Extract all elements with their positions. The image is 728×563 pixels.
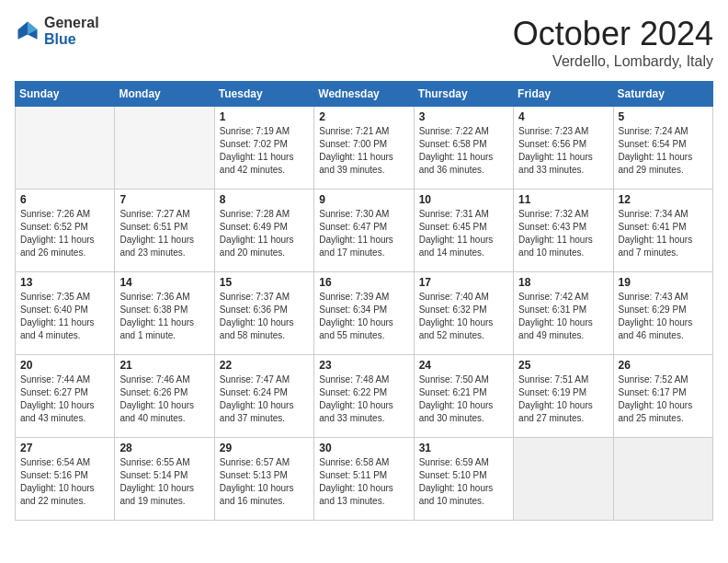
- calendar-cell: 15Sunrise: 7:37 AM Sunset: 6:36 PM Dayli…: [214, 272, 313, 355]
- calendar-table: SundayMondayTuesdayWednesdayThursdayFrid…: [15, 81, 713, 521]
- day-number: 23: [319, 359, 408, 372]
- header-cell-thursday: Thursday: [414, 82, 513, 107]
- location: Verdello, Lombardy, Italy: [513, 53, 713, 70]
- day-number: 9: [319, 193, 408, 206]
- day-info: Sunrise: 6:57 AM Sunset: 5:13 PM Dayligh…: [220, 456, 309, 508]
- day-info: Sunrise: 7:19 AM Sunset: 7:02 PM Dayligh…: [220, 125, 309, 177]
- calendar-cell: 12Sunrise: 7:34 AM Sunset: 6:41 PM Dayli…: [613, 190, 712, 272]
- calendar-cell: 6Sunrise: 7:26 AM Sunset: 6:52 PM Daylig…: [16, 190, 115, 272]
- day-info: Sunrise: 7:32 AM Sunset: 6:43 PM Dayligh…: [518, 208, 608, 259]
- calendar-cell: 24Sunrise: 7:50 AM Sunset: 6:21 PM Dayli…: [414, 355, 513, 438]
- calendar-cell: 17Sunrise: 7:40 AM Sunset: 6:32 PM Dayli…: [414, 272, 513, 355]
- day-number: 10: [419, 193, 508, 206]
- calendar-cell: 29Sunrise: 6:57 AM Sunset: 5:13 PM Dayli…: [214, 438, 313, 521]
- day-info: Sunrise: 7:43 AM Sunset: 6:29 PM Dayligh…: [619, 291, 708, 342]
- logo: General Blue: [15, 15, 99, 47]
- day-info: Sunrise: 7:22 AM Sunset: 6:58 PM Dayligh…: [419, 125, 508, 177]
- day-info: Sunrise: 7:46 AM Sunset: 6:26 PM Dayligh…: [119, 373, 209, 425]
- calendar-cell: 23Sunrise: 7:48 AM Sunset: 6:22 PM Dayli…: [314, 355, 414, 438]
- day-info: Sunrise: 7:31 AM Sunset: 6:45 PM Dayligh…: [419, 208, 508, 259]
- header-cell-monday: Monday: [115, 82, 214, 107]
- day-number: 22: [220, 359, 309, 372]
- day-info: Sunrise: 7:28 AM Sunset: 6:49 PM Dayligh…: [220, 208, 309, 259]
- calendar-cell: 25Sunrise: 7:51 AM Sunset: 6:19 PM Dayli…: [514, 355, 613, 438]
- calendar-cell: 9Sunrise: 7:30 AM Sunset: 6:47 PM Daylig…: [314, 190, 414, 272]
- calendar-cell: 11Sunrise: 7:32 AM Sunset: 6:43 PM Dayli…: [514, 190, 613, 272]
- day-number: 21: [119, 359, 209, 372]
- header-cell-friday: Friday: [514, 82, 613, 107]
- calendar-cell: 28Sunrise: 6:55 AM Sunset: 5:14 PM Dayli…: [115, 438, 214, 521]
- day-info: Sunrise: 6:59 AM Sunset: 5:10 PM Dayligh…: [419, 456, 508, 508]
- day-number: 31: [419, 442, 508, 454]
- day-info: Sunrise: 7:37 AM Sunset: 6:36 PM Dayligh…: [220, 291, 309, 342]
- calendar-cell: [16, 107, 115, 190]
- day-number: 20: [20, 359, 109, 372]
- day-number: 28: [119, 442, 209, 454]
- week-row-1: 6Sunrise: 7:26 AM Sunset: 6:52 PM Daylig…: [16, 190, 713, 272]
- calendar-cell: 3Sunrise: 7:22 AM Sunset: 6:58 PM Daylig…: [414, 107, 513, 190]
- day-number: 24: [419, 359, 508, 372]
- day-number: 8: [220, 193, 309, 206]
- day-info: Sunrise: 7:26 AM Sunset: 6:52 PM Dayligh…: [20, 208, 109, 259]
- day-number: 11: [518, 193, 608, 206]
- day-info: Sunrise: 6:55 AM Sunset: 5:14 PM Dayligh…: [119, 456, 209, 508]
- day-number: 7: [119, 193, 209, 206]
- calendar-cell: 5Sunrise: 7:24 AM Sunset: 6:54 PM Daylig…: [613, 107, 712, 190]
- title-section: October 2024 Verdello, Lombardy, Italy: [513, 15, 713, 70]
- day-info: Sunrise: 7:40 AM Sunset: 6:32 PM Dayligh…: [419, 291, 508, 342]
- week-row-4: 27Sunrise: 6:54 AM Sunset: 5:16 PM Dayli…: [16, 438, 713, 521]
- day-info: Sunrise: 7:42 AM Sunset: 6:31 PM Dayligh…: [518, 291, 608, 342]
- day-number: 14: [119, 276, 209, 289]
- day-number: 1: [220, 110, 309, 123]
- day-info: Sunrise: 7:34 AM Sunset: 6:41 PM Dayligh…: [619, 208, 708, 259]
- day-number: 27: [20, 442, 109, 454]
- day-info: Sunrise: 7:48 AM Sunset: 6:22 PM Dayligh…: [319, 373, 408, 425]
- day-info: Sunrise: 7:39 AM Sunset: 6:34 PM Dayligh…: [319, 291, 408, 342]
- day-number: 6: [20, 193, 109, 206]
- calendar-cell: 27Sunrise: 6:54 AM Sunset: 5:16 PM Dayli…: [16, 438, 115, 521]
- calendar-cell: 8Sunrise: 7:28 AM Sunset: 6:49 PM Daylig…: [214, 190, 313, 272]
- day-info: Sunrise: 7:23 AM Sunset: 6:56 PM Dayligh…: [518, 125, 608, 177]
- logo-icon: [15, 18, 40, 44]
- day-info: Sunrise: 7:50 AM Sunset: 6:21 PM Dayligh…: [419, 373, 508, 425]
- page-header: General Blue October 2024 Verdello, Lomb…: [15, 15, 713, 70]
- logo-general: General: [44, 15, 99, 31]
- calendar-cell: 30Sunrise: 6:58 AM Sunset: 5:11 PM Dayli…: [314, 438, 414, 521]
- calendar-cell: 4Sunrise: 7:23 AM Sunset: 6:56 PM Daylig…: [514, 107, 613, 190]
- day-number: 17: [419, 276, 508, 289]
- day-number: 16: [319, 276, 408, 289]
- day-number: 26: [619, 359, 708, 372]
- calendar-cell: 16Sunrise: 7:39 AM Sunset: 6:34 PM Dayli…: [314, 272, 414, 355]
- day-number: 5: [619, 110, 708, 123]
- day-info: Sunrise: 7:24 AM Sunset: 6:54 PM Dayligh…: [619, 125, 708, 177]
- day-info: Sunrise: 7:27 AM Sunset: 6:51 PM Dayligh…: [119, 208, 209, 259]
- calendar-cell: 31Sunrise: 6:59 AM Sunset: 5:10 PM Dayli…: [414, 438, 513, 521]
- week-row-0: 1Sunrise: 7:19 AM Sunset: 7:02 PM Daylig…: [16, 107, 713, 190]
- calendar-cell: 2Sunrise: 7:21 AM Sunset: 7:00 PM Daylig…: [314, 107, 414, 190]
- day-number: 29: [220, 442, 309, 454]
- calendar-cell: 22Sunrise: 7:47 AM Sunset: 6:24 PM Dayli…: [214, 355, 313, 438]
- day-info: Sunrise: 7:47 AM Sunset: 6:24 PM Dayligh…: [220, 373, 309, 425]
- header-row: SundayMondayTuesdayWednesdayThursdayFrid…: [16, 82, 713, 107]
- logo-blue: Blue: [44, 31, 99, 48]
- day-info: Sunrise: 7:35 AM Sunset: 6:40 PM Dayligh…: [20, 291, 109, 342]
- day-number: 19: [619, 276, 708, 289]
- day-info: Sunrise: 6:58 AM Sunset: 5:11 PM Dayligh…: [319, 456, 408, 508]
- calendar-cell: 7Sunrise: 7:27 AM Sunset: 6:51 PM Daylig…: [115, 190, 214, 272]
- calendar-cell: 26Sunrise: 7:52 AM Sunset: 6:17 PM Dayli…: [613, 355, 712, 438]
- day-info: Sunrise: 7:30 AM Sunset: 6:47 PM Dayligh…: [319, 208, 408, 259]
- day-number: 18: [518, 276, 608, 289]
- day-info: Sunrise: 7:52 AM Sunset: 6:17 PM Dayligh…: [619, 373, 708, 425]
- header-cell-tuesday: Tuesday: [214, 82, 313, 107]
- day-info: Sunrise: 7:44 AM Sunset: 6:27 PM Dayligh…: [20, 373, 109, 425]
- week-row-3: 20Sunrise: 7:44 AM Sunset: 6:27 PM Dayli…: [16, 355, 713, 438]
- week-row-2: 13Sunrise: 7:35 AM Sunset: 6:40 PM Dayli…: [16, 272, 713, 355]
- day-number: 25: [518, 359, 608, 372]
- day-info: Sunrise: 7:36 AM Sunset: 6:38 PM Dayligh…: [119, 291, 209, 342]
- day-info: Sunrise: 6:54 AM Sunset: 5:16 PM Dayligh…: [20, 456, 109, 508]
- day-number: 30: [319, 442, 408, 454]
- day-number: 15: [220, 276, 309, 289]
- calendar-cell: [613, 438, 712, 521]
- calendar-cell: 18Sunrise: 7:42 AM Sunset: 6:31 PM Dayli…: [514, 272, 613, 355]
- day-number: 13: [20, 276, 109, 289]
